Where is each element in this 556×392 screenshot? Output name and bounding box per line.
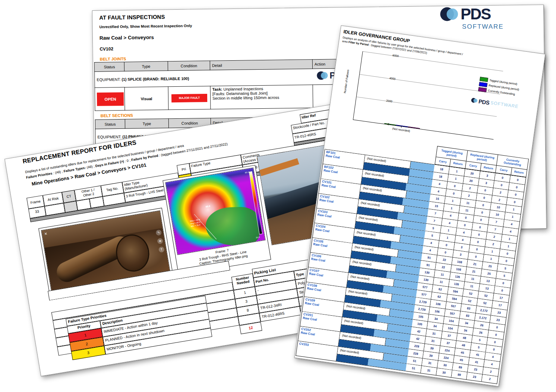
detail-cell: Task: Unplanned Inspections [Faults: Del… [210, 85, 313, 109]
photo-cell-2: 88.8 Max = 88.8 Avg = 48.3 Min = 35.8 85… [162, 165, 271, 275]
thermo-scale-max: 85.0 [245, 171, 249, 174]
type-cell: Visual [124, 87, 168, 111]
condition-badge-major-fault: MAJOR FAULT [171, 93, 207, 102]
legend-color-chip [480, 77, 488, 82]
col-header-type: Type [124, 61, 168, 71]
breadcrumb: Raw Coal > Conveyors [99, 35, 154, 41]
report-filter-subtitle: Unrectified Only, Show Most Recent Inspe… [99, 23, 192, 29]
governance-table: Tagged (during period) Replaced (during … [296, 131, 529, 384]
replaced-return: 89 [451, 370, 468, 380]
thermography-photo: 88.8 Max = 88.8 Avg = 48.3 Min = 35.8 85… [165, 168, 265, 255]
collage-canvas: AT FAULT INSPECTIONS Unrectified Only, S… [0, 0, 556, 392]
pds-logo-circles-icon [316, 70, 328, 82]
outstanding-carry: 23 [467, 372, 483, 382]
bar-outstanding [408, 127, 420, 129]
text-icon: T [158, 246, 165, 253]
table-body: BF101Raw Coal (Not recorded) [296, 149, 526, 384]
page-title: AT FAULT INSPECTIONS [99, 13, 165, 20]
condition-cell: MAJOR FAULT [168, 86, 211, 109]
replaced-carry: 30 [436, 368, 452, 378]
status-cell: OPEN [95, 87, 125, 111]
asset-id: CV102 [99, 46, 113, 51]
bar-replaced [396, 125, 408, 127]
edit-icon: ✎ [155, 230, 162, 236]
close-icon: ✕ [44, 232, 48, 236]
attach-icon: ⊕ [157, 238, 163, 244]
thermography-image: 88.8 Max = 88.8 Avg = 48.3 Min = 35.8 85… [165, 168, 265, 255]
col-header-type: Type [125, 119, 168, 129]
photo-annotation-icons: ✎ ⊕ T [155, 230, 165, 253]
col-header-status: Status [95, 119, 125, 129]
pds-software-logo-large: PDS SOFTWARE [439, 4, 504, 31]
section-heading-belt-joints: BELT JOINTS [100, 57, 126, 61]
thermo-spot-temp: 88.8 [205, 205, 211, 208]
status-badge-open: OPEN [97, 92, 124, 106]
col-header-status: Status [94, 62, 124, 71]
section-heading-belt-sections: BELT SECTIONS [101, 113, 133, 118]
pds-logo-circles-icon [439, 4, 458, 24]
thermo-stats: Max = 88.8 Avg = 48.3 Min = 35.8 [190, 218, 201, 227]
thermo-scale-min: 30.0 [256, 236, 260, 239]
col-header-condition: Condition [168, 61, 210, 70]
y-axis-label: Number of Failures [343, 69, 350, 93]
x-tick-mark [401, 126, 402, 128]
col-header-detail: Detail [210, 60, 312, 70]
legend-color-chip [479, 82, 487, 87]
